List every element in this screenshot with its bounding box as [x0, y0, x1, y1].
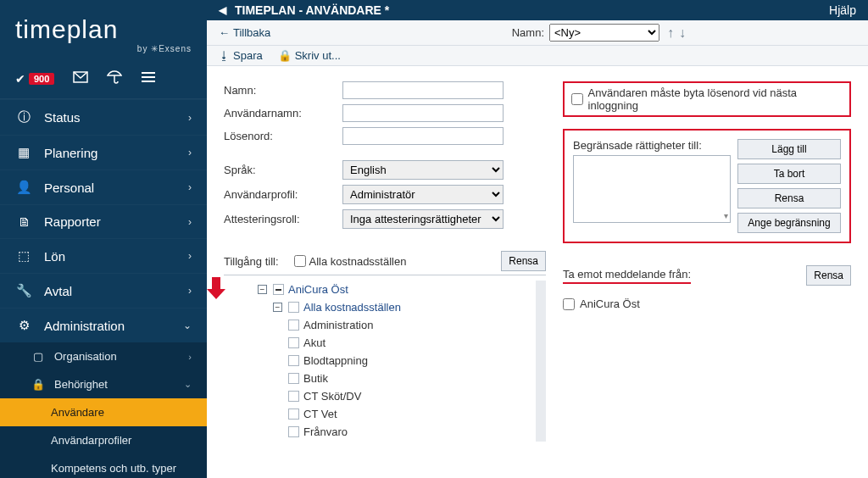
btn-ange[interactable]: Ange begränsning [737, 213, 841, 233]
admin-subnav: ▢Organisation› 🔒Behörighet⌄ Användare An… [0, 342, 207, 478]
subnav-behorighet-label: Behörighet [54, 378, 108, 391]
subnav-anvandare-label: Användare [51, 406, 104, 419]
arrow-down-icon[interactable]: ↓ [676, 25, 688, 40]
input-anvandarnamn[interactable] [342, 104, 504, 122]
chk-all-cc[interactable] [294, 255, 306, 267]
arrow-up-icon[interactable]: ↑ [665, 25, 676, 40]
select-attest[interactable]: Inga attesteringsrättigheter [342, 209, 504, 229]
list-icon[interactable] [141, 71, 156, 86]
chevron-right-icon: › [188, 352, 192, 362]
lock-icon: 🔒 [31, 378, 46, 391]
nav-lon[interactable]: ⬚Lön› [0, 239, 207, 273]
access-header: Tillgång till: Alla kostnadsställen Rens… [224, 251, 546, 275]
tree-collapse-icon[interactable]: − [258, 285, 267, 294]
chk-force-pw[interactable] [571, 93, 583, 105]
tree-checkbox[interactable] [288, 355, 299, 366]
subnav-kompetens-label: Kompetens och utb. typer [51, 462, 176, 475]
receive-rensa-button[interactable]: Rensa [806, 265, 851, 286]
tree-checkbox[interactable] [288, 426, 299, 437]
subnav-organisation-label: Organisation [54, 350, 117, 363]
btn-rensa[interactable]: Rensa [737, 188, 841, 208]
nav-avtal[interactable]: 🔧Avtal› [0, 274, 207, 308]
scroll-indicator-icon: ▾ [724, 211, 728, 220]
subnav-anvandare[interactable]: Användare [0, 398, 207, 426]
input-namn[interactable] [342, 81, 504, 99]
subnav-kompetens[interactable]: Kompetens och utb. typer [0, 454, 207, 478]
restricted-label: Begränsade rättigheter till: [573, 139, 731, 152]
approval-count[interactable]: ✔ 900 [15, 72, 54, 86]
force-pw-box: Användaren måste byta lösenord vid nästa… [563, 81, 851, 117]
name-label: Namn: [512, 26, 544, 39]
red-arrow-indicator [207, 277, 225, 438]
tree-item[interactable]: Administration [303, 319, 373, 331]
btn-ta-bort[interactable]: Ta bort [737, 164, 841, 184]
select-sprak[interactable]: English [342, 160, 504, 180]
calendar-icon: ▦ [15, 145, 32, 160]
tree-checkbox[interactable] [273, 284, 284, 295]
save-button[interactable]: ⭳Spara [219, 49, 263, 62]
arrow-left-icon: ← [219, 26, 230, 39]
lbl-anvandarnamn: Användarnamn: [224, 107, 342, 119]
lbl-namn: Namn: [224, 84, 342, 97]
chevron-down-icon: ⌄ [184, 379, 192, 390]
receive-item: AniCura Öst [580, 297, 640, 310]
lbl-losenord: Lösenord: [224, 130, 342, 142]
tree-checkbox[interactable] [288, 391, 299, 402]
tree-checkbox[interactable] [288, 320, 299, 331]
lock-icon: 🔒 [278, 49, 292, 62]
subnav-anvandarprofiler[interactable]: Användarprofiler [0, 426, 207, 454]
tree-checkbox[interactable] [288, 337, 299, 348]
btn-lagg-till[interactable]: Lägg till [737, 139, 841, 159]
chevron-right-icon: › [188, 250, 192, 262]
tree-item[interactable]: CT Sköt/DV [303, 390, 361, 403]
tree-item[interactable]: Butik [303, 372, 328, 385]
mail-icon[interactable] [73, 71, 88, 86]
tree-item[interactable]: Blodtappning [303, 354, 368, 367]
collapse-sidebar-icon[interactable]: ◀ [219, 4, 226, 16]
tree-item[interactable]: CT Vet [303, 408, 337, 420]
nav-status[interactable]: ⓘStatus› [0, 100, 207, 135]
print-button[interactable]: 🔒Skriv ut... [278, 49, 341, 62]
input-losenord[interactable] [342, 127, 504, 145]
tree-root[interactable]: AniCura Öst [288, 283, 348, 296]
nav-rapporter[interactable]: 🗎Rapporter› [0, 205, 207, 238]
tree-item[interactable]: Frånvaro [303, 425, 348, 438]
nav-personal[interactable]: 👤Personal› [0, 170, 207, 204]
back-button[interactable]: ←Tillbaka [219, 26, 270, 39]
subnav-organisation[interactable]: ▢Organisation› [0, 342, 207, 370]
help-link[interactable]: Hjälp [829, 3, 856, 17]
nav-lon-label: Lön [44, 249, 65, 264]
org-icon: ▢ [31, 350, 46, 363]
umbrella-icon[interactable] [107, 70, 122, 86]
access-tree[interactable]: −AniCura Öst −Alla kostnadsställen Admin… [242, 281, 546, 442]
chevron-right-icon: › [188, 216, 192, 228]
select-profil[interactable]: Administratör [342, 185, 504, 204]
name-selector-wrap: Namn: <Ny> ↑↓ [512, 24, 688, 42]
sidebar: timeplan by ✳Exsens ✔ 900 ⓘStatus› ▦Plan… [0, 0, 207, 478]
subnav-behorighet[interactable]: 🔒Behörighet⌄ [0, 370, 207, 398]
page-header: ◀ TIMEPLAN - ANVÄNDARE * Hjälp [207, 0, 868, 20]
chevron-right-icon: › [188, 285, 192, 297]
tree-checkbox[interactable] [288, 409, 299, 420]
tree-collapse-icon[interactable]: − [273, 303, 282, 312]
access-rensa-button[interactable]: Rensa [501, 251, 546, 271]
nav-administration[interactable]: ⚙Administration⌄ [0, 308, 207, 342]
page-title: TIMEPLAN - ANVÄNDARE * [235, 3, 389, 17]
main-area: ◀ TIMEPLAN - ANVÄNDARE * Hjälp ←Tillbaka… [207, 0, 868, 478]
tree-checkbox[interactable] [288, 302, 299, 313]
tree-checkbox[interactable] [288, 373, 299, 384]
receive-label: Ta emot meddelande från: [563, 268, 691, 284]
tree-item[interactable]: Akut [303, 336, 326, 349]
restricted-list[interactable]: ▾ [573, 155, 731, 223]
name-select[interactable]: <Ny> [549, 24, 659, 42]
nav-planering[interactable]: ▦Planering› [0, 136, 207, 170]
nav-administration-label: Administration [44, 319, 125, 333]
tree-all-cc[interactable]: Alla kostnadsställen [303, 301, 401, 314]
chevron-down-icon: ⌄ [183, 320, 192, 331]
money-icon: ⬚ [15, 248, 32, 264]
chk-receive-item[interactable] [563, 298, 575, 310]
lbl-sprak: Språk: [224, 164, 342, 176]
receive-header: Ta emot meddelande från: Rensa [563, 265, 851, 289]
nav-rapporter-label: Rapporter [44, 214, 101, 229]
form-right: Användaren måste byta lösenord vid nästa… [563, 81, 851, 463]
